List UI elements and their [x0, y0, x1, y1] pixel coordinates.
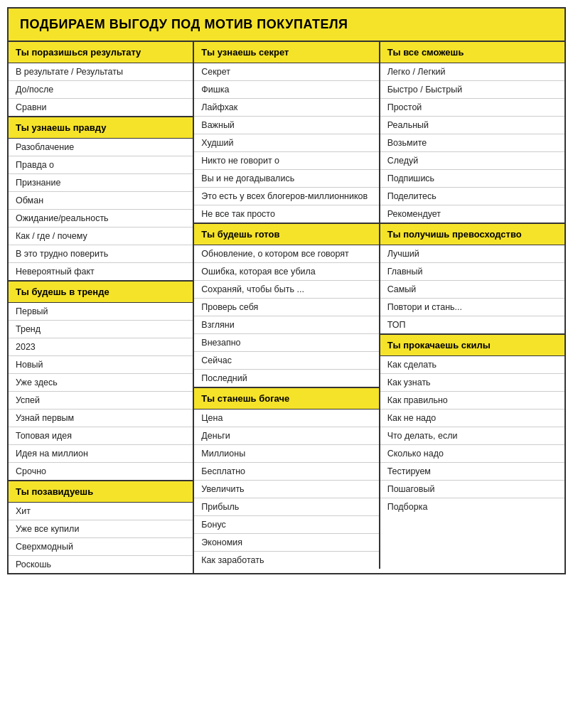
list-item: Реальный [380, 117, 564, 134]
list-item: Роскошь [9, 556, 193, 573]
section-0-2: Ты будешь в трендеПервыйТренд2023НовыйУж… [9, 280, 193, 480]
list-item: Легко / Легкий [380, 63, 564, 81]
list-item: Внезапно [194, 334, 378, 352]
column-2: Ты все сможешьЛегко / ЛегкийБыстро / Быс… [380, 42, 564, 515]
list-item: Сейчас [194, 352, 378, 370]
page-title: ПОДБИРАЕМ ВЫГОДУ ПОД МОТИВ ПОКУПАТЕЛЯ [9, 9, 564, 42]
list-item: Как сделать [380, 356, 564, 374]
section-header-0-3: Ты позавидуешь [9, 481, 193, 503]
list-item: Хит [9, 503, 193, 520]
list-item: Деньги [194, 427, 378, 445]
column-0: Ты поразишься результатуВ результате / Р… [9, 42, 194, 573]
list-item: Простой [380, 99, 564, 117]
list-item: Быстро / Быстрый [380, 81, 564, 99]
list-item: Важный [194, 117, 378, 134]
list-item: Топовая идея [9, 427, 193, 445]
list-item: Как не надо [380, 410, 564, 427]
section-0-0: Ты поразишься результатуВ результате / Р… [9, 42, 193, 116]
section-1-0: Ты узнаешь секретСекретФишкаЛайфхакВажны… [194, 42, 378, 223]
list-item: В результате / Результаты [9, 63, 193, 81]
list-item: Ошибка, которая все убила [194, 263, 378, 281]
list-item: Не все так просто [194, 205, 378, 223]
list-item: Худший [194, 134, 378, 152]
list-item: Сколько надо [380, 445, 564, 463]
list-item: Следуй [380, 152, 564, 170]
list-item: Сравни [9, 99, 193, 116]
list-item: Фишка [194, 81, 378, 99]
list-item: Что делать, если [380, 427, 564, 445]
section-2-0: Ты все сможешьЛегко / ЛегкийБыстро / Быс… [380, 42, 564, 223]
list-item: Идея на миллион [9, 445, 193, 463]
list-item: Главный [380, 263, 564, 281]
list-item: Лучший [380, 245, 564, 263]
section-header-2-1: Ты получишь превосходство [380, 223, 564, 245]
list-item: Как заработать [194, 552, 378, 569]
list-item: Взгляни [194, 316, 378, 334]
list-item: Экономия [194, 534, 378, 552]
list-item: Первый [9, 303, 193, 321]
list-item: Тренд [9, 321, 193, 338]
list-item: Прибыль [194, 498, 378, 516]
section-header-1-0: Ты узнаешь секрет [194, 42, 378, 63]
list-item: Уже все купили [9, 520, 193, 538]
list-item: Уже здесь [9, 374, 193, 392]
section-2-1: Ты получишь превосходствоЛучшийГлавныйСа… [380, 223, 564, 333]
list-item: Ожидание/реальность [9, 210, 193, 228]
section-header-0-2: Ты будешь в тренде [9, 281, 193, 303]
section-1-2: Ты станешь богачеЦенаДеньгиМиллионыБеспл… [194, 387, 378, 569]
list-item: Это есть у всех блогеров-миллионников [194, 188, 378, 205]
list-item: Поделитесь [380, 188, 564, 205]
section-header-2-2: Ты прокачаешь скилы [380, 334, 564, 356]
list-item: Подборка [380, 498, 564, 515]
section-header-2-0: Ты все сможешь [380, 42, 564, 63]
list-item: Бонус [194, 516, 378, 534]
list-item: Обновление, о котором все говорят [194, 245, 378, 263]
list-item: Правда о [9, 156, 193, 174]
list-item: Секрет [194, 63, 378, 81]
list-item: Повтори и стань... [380, 299, 564, 316]
list-item: Рекомендует [380, 205, 564, 223]
columns-wrapper: Ты поразишься результатуВ результате / Р… [9, 42, 564, 573]
list-item: Пошаговый [380, 481, 564, 498]
section-1-1: Ты будешь готовОбновление, о котором все… [194, 223, 378, 387]
section-header-0-1: Ты узнаешь правду [9, 117, 193, 139]
list-item: В это трудно поверить [9, 245, 193, 263]
section-header-1-2: Ты станешь богаче [194, 387, 378, 410]
list-item: ТОП [380, 316, 564, 333]
list-item: Как / где / почему [9, 228, 193, 245]
list-item: Узнай первым [9, 410, 193, 427]
list-item: Тестируем [380, 463, 564, 481]
list-item: Разоблачение [9, 139, 193, 156]
section-2-2: Ты прокачаешь скилыКак сделатьКак узнать… [380, 333, 564, 515]
list-item: Проверь себя [194, 299, 378, 316]
section-0-1: Ты узнаешь правдуРазоблачениеПравда оПри… [9, 116, 193, 280]
list-item: Срочно [9, 463, 193, 480]
list-item: Увеличить [194, 481, 378, 498]
list-item: 2023 [9, 338, 193, 356]
list-item: Никто не говорит о [194, 152, 378, 170]
list-item: Миллионы [194, 445, 378, 463]
section-header-1-1: Ты будешь готов [194, 223, 378, 245]
column-1: Ты узнаешь секретСекретФишкаЛайфхакВажны… [194, 42, 380, 569]
list-item: Бесплатно [194, 463, 378, 481]
section-header-0-0: Ты поразишься результату [9, 42, 193, 63]
page-container: ПОДБИРАЕМ ВЫГОДУ ПОД МОТИВ ПОКУПАТЕЛЯ Ты… [7, 7, 566, 574]
list-item: Самый [380, 281, 564, 299]
list-item: Сохраняй, чтобы быть ... [194, 281, 378, 299]
list-item: Подпишись [380, 170, 564, 188]
list-item: Признание [9, 174, 193, 192]
list-item: Невероятный факт [9, 263, 193, 280]
list-item: Вы и не догадывались [194, 170, 378, 188]
list-item: Как узнать [380, 374, 564, 392]
list-item: Обман [9, 192, 193, 210]
section-0-3: Ты позавидуешьХитУже все купилиСверхмодн… [9, 480, 193, 573]
list-item: Как правильно [380, 392, 564, 410]
list-item: Сверхмодный [9, 538, 193, 556]
list-item: Успей [9, 392, 193, 410]
list-item: Возьмите [380, 134, 564, 152]
list-item: Последний [194, 370, 378, 387]
list-item: Новый [9, 356, 193, 374]
list-item: До/после [9, 81, 193, 99]
list-item: Лайфхак [194, 99, 378, 117]
list-item: Цена [194, 410, 378, 427]
